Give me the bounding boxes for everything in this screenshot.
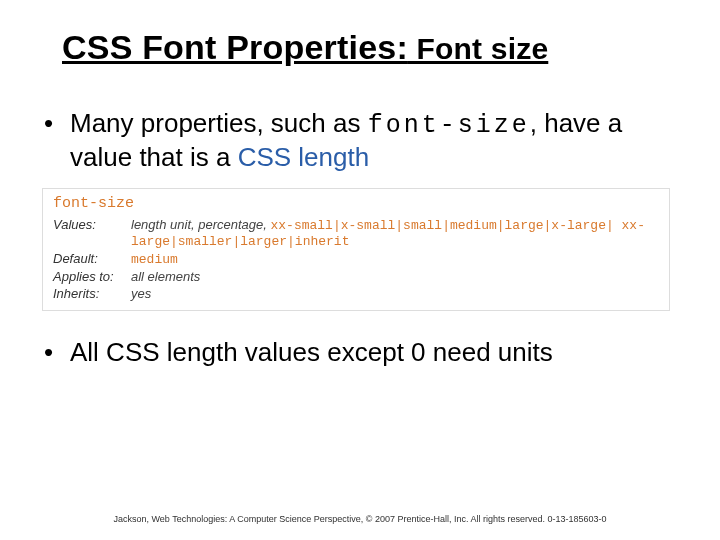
spec-inherits-label: Inherits: xyxy=(53,285,131,302)
spec-default-value: medium xyxy=(131,250,659,268)
spec-default-label: Default: xyxy=(53,250,131,268)
font-size-code: font-size xyxy=(368,111,530,140)
spec-values-label: Values: xyxy=(53,216,131,250)
spec-values-lead: length unit, percentage, xyxy=(131,217,271,232)
spec-values-value: length unit, percentage, xx-small|x-smal… xyxy=(131,216,659,250)
title-main: CSS Font Properties: xyxy=(62,28,408,66)
spec-applies-label: Applies to: xyxy=(53,268,131,285)
slide-title: CSS Font Properties: Font size xyxy=(62,28,720,67)
spec-property-name: font-size xyxy=(53,195,659,212)
slide: CSS Font Properties: Font size Many prop… xyxy=(0,0,720,540)
spec-default-kw: medium xyxy=(131,252,178,267)
spec-applies-value: all elements xyxy=(131,268,659,285)
footer-citation: Jackson, Web Technologies: A Computer Sc… xyxy=(0,514,720,524)
bullet-2: All CSS length values except 0 need unit… xyxy=(42,337,662,368)
bullet-1-pre: Many properties, such as xyxy=(70,108,368,138)
title-sub: Font size xyxy=(408,32,548,65)
spec-table: Values: length unit, percentage, xx-smal… xyxy=(53,216,659,302)
spec-row-values: Values: length unit, percentage, xx-smal… xyxy=(53,216,659,250)
spec-inherits-value: yes xyxy=(131,285,659,302)
spec-row-inherits: Inherits: yes xyxy=(53,285,659,302)
bullet-list-1: Many properties, such as font-size, have… xyxy=(42,107,662,174)
spacer xyxy=(0,311,720,337)
bullet-1: Many properties, such as font-size, have… xyxy=(42,107,662,174)
property-spec-box: font-size Values: length unit, percentag… xyxy=(42,188,670,311)
spec-row-default: Default: medium xyxy=(53,250,659,268)
bullet-list-2: All CSS length values except 0 need unit… xyxy=(42,337,662,368)
spec-row-applies: Applies to: all elements xyxy=(53,268,659,285)
css-length-link[interactable]: CSS length xyxy=(238,142,370,172)
